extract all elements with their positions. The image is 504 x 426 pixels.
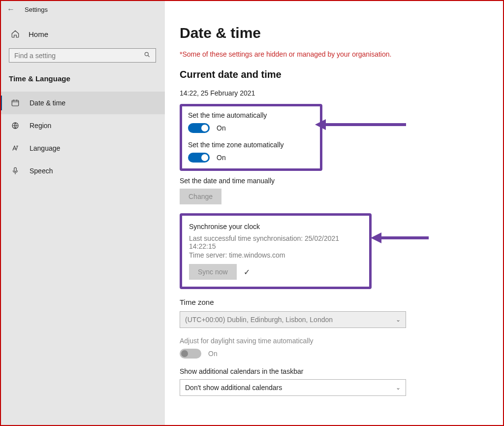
back-icon[interactable]: ← <box>7 5 15 14</box>
timezone-dropdown: (UTC+00:00) Dublin, Edinburgh, Lisbon, L… <box>180 311 406 328</box>
svg-line-1 <box>148 56 150 57</box>
manual-label: Set the date and time manually <box>180 177 489 185</box>
auto-tz-state: On <box>217 154 226 162</box>
section-label: Time & Language <box>0 71 165 92</box>
auto-time-toggle[interactable] <box>188 123 210 133</box>
addcal-value: Don't show additional calendars <box>185 384 282 392</box>
arrow-annotation-1 <box>315 122 406 127</box>
current-datetime: 14:22, 25 February 2021 <box>180 89 489 97</box>
current-heading: Current date and time <box>180 69 489 80</box>
home-label: Home <box>29 30 48 38</box>
titlebar: ← Settings <box>0 0 165 19</box>
sidebar: ← Settings Home Time & Language <box>0 0 165 426</box>
clock-icon <box>11 98 20 107</box>
svg-rect-2 <box>12 100 19 106</box>
sidebar-item-region[interactable]: Region <box>0 114 165 137</box>
dst-toggle <box>180 349 201 359</box>
app-title: Settings <box>25 6 48 13</box>
home-icon <box>11 30 20 38</box>
tz-value: (UTC+00:00) Dublin, Edinburgh, Lisbon, L… <box>185 316 333 324</box>
auto-time-annotation: Set the time automatically On Set the ti… <box>180 104 322 171</box>
sync-last: Last successful time synchronisation: 25… <box>189 234 362 250</box>
search-field[interactable] <box>14 52 144 60</box>
globe-icon <box>11 121 20 130</box>
search-icon <box>144 51 151 60</box>
check-icon: ✓ <box>244 267 250 277</box>
mic-icon <box>11 166 20 175</box>
org-warning: *Some of these settings are hidden or ma… <box>180 50 489 58</box>
sidebar-item-speech[interactable]: Speech <box>0 160 165 182</box>
dst-state: On <box>208 350 218 358</box>
sync-now-button[interactable]: Sync now <box>189 264 237 280</box>
change-button[interactable]: Change <box>180 189 221 204</box>
sync-annotation: Synchronise your clock Last successful t… <box>180 213 372 289</box>
sidebar-item-label: Speech <box>30 167 53 175</box>
arrow-annotation-2 <box>371 235 429 240</box>
sync-server: Time server: time.windows.com <box>189 251 362 259</box>
chevron-down-icon: ⌄ <box>396 384 401 391</box>
search-input[interactable] <box>9 48 156 63</box>
sidebar-item-date-time[interactable]: Date & time <box>0 92 165 114</box>
addcal-label: Show additional calendars in the taskbar <box>180 367 489 375</box>
sidebar-item-label: Date & time <box>30 99 65 107</box>
sidebar-item-home[interactable]: Home <box>0 19 165 45</box>
sidebar-item-label: Region <box>30 122 51 130</box>
svg-rect-4 <box>14 167 17 171</box>
tz-label: Time zone <box>180 298 489 306</box>
sync-heading: Synchronise your clock <box>189 223 362 230</box>
dst-label: Adjust for daylight saving time automati… <box>180 337 489 345</box>
sidebar-item-language[interactable]: Language <box>0 137 165 160</box>
main-content: Date & time *Some of these settings are … <box>165 0 504 426</box>
sidebar-item-label: Language <box>30 144 60 152</box>
auto-tz-label: Set the time zone automatically <box>188 141 314 149</box>
auto-time-state: On <box>217 124 226 132</box>
language-icon <box>11 144 20 153</box>
chevron-down-icon: ⌄ <box>396 316 401 323</box>
auto-time-label: Set the time automatically <box>188 111 314 119</box>
page-title: Date & time <box>180 25 489 41</box>
additional-calendars-dropdown[interactable]: Don't show additional calendars ⌄ <box>180 379 406 396</box>
svg-point-0 <box>145 52 148 56</box>
auto-tz-toggle[interactable] <box>188 153 210 163</box>
